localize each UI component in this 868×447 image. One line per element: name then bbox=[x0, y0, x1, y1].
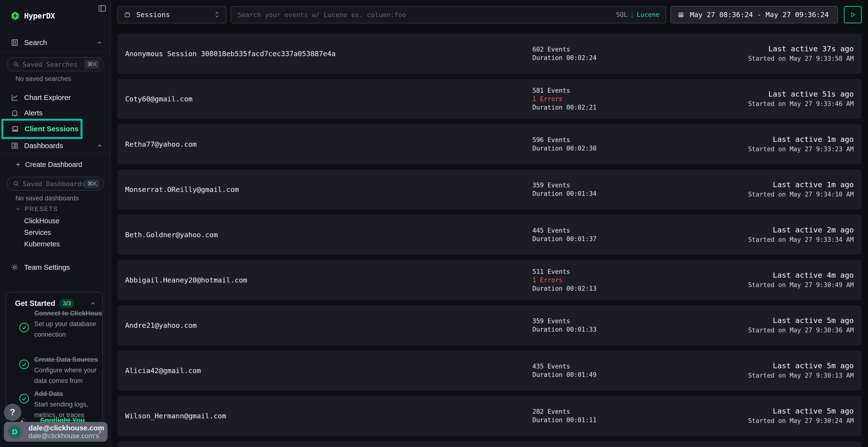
session-events: 596 Events bbox=[532, 136, 596, 144]
session-started: Started on May 27 9:30:36 AM bbox=[748, 325, 854, 335]
get-started-header[interactable]: Get Started 3/3 bbox=[15, 299, 96, 308]
time-range-picker[interactable]: May 27 08:36:24 - May 27 09:36:24 bbox=[671, 6, 838, 23]
shortcut-badge: ⌘K bbox=[84, 179, 100, 188]
app-title: HyperDX bbox=[24, 11, 55, 21]
lucene-mode-button[interactable]: Lucene bbox=[637, 11, 659, 18]
session-duration: Duration 00:01:37 bbox=[532, 235, 596, 243]
session-duration: Duration 00:02:21 bbox=[532, 103, 596, 112]
session-events: 511 Events bbox=[532, 268, 596, 276]
sidebar-section-dashboards-label: Dashboards bbox=[24, 142, 63, 150]
session-row[interactable]: Beth.Goldner@yahoo.com 445 Events Durati… bbox=[117, 215, 862, 255]
get-started-item-text: Add Data Start sending logs, metrics, or… bbox=[34, 388, 103, 420]
preset-item-clickhouse[interactable]: ClickHouse bbox=[24, 217, 60, 225]
sidebar-item-alerts[interactable]: Alerts bbox=[0, 105, 111, 121]
session-last-active: Last active 4m ago bbox=[748, 270, 854, 280]
session-row[interactable]: Andre21@yahoo.com 359 Events Duration 00… bbox=[117, 305, 862, 345]
session-row[interactable]: Coty60@gmail.com 581 Events 1 Errors Dur… bbox=[117, 79, 862, 119]
sidebar-section-dashboards[interactable]: Dashboards bbox=[0, 138, 111, 153]
create-dashboard-label: Create Dashboard bbox=[25, 161, 82, 169]
session-row[interactable]: Anonymous Session 308018eb535facd7cec337… bbox=[117, 34, 862, 74]
session-row[interactable]: Abbigail.Heaney20@hotmail.com 511 Events… bbox=[117, 260, 862, 300]
get-started-item-text: Create Data Sources Configure where your… bbox=[34, 354, 103, 386]
sidebar-item-team-settings-label: Team Settings bbox=[24, 263, 70, 271]
session-started: Started on May 27 9:33:46 AM bbox=[748, 99, 854, 109]
session-activity: Last active 1m ago Started on May 27 9:3… bbox=[748, 180, 854, 199]
session-name: Monserrat.OReilly@gmail.com bbox=[125, 170, 239, 209]
session-events: 581 Events bbox=[532, 87, 596, 95]
session-activity: Last active 4m ago Started on May 27 9:3… bbox=[748, 270, 854, 290]
shortcut-badge: ⌘K bbox=[84, 60, 100, 69]
chart-icon bbox=[10, 94, 19, 102]
sidebar-section-search[interactable]: Search bbox=[0, 35, 111, 50]
saved-searches-search[interactable]: ⌘K bbox=[7, 57, 104, 71]
session-events: 359 Events bbox=[532, 317, 596, 325]
gear-icon bbox=[10, 263, 19, 271]
get-started-progress-badge: 3/3 bbox=[60, 299, 74, 308]
sidebar-item-client-sessions[interactable]: Client Sessions bbox=[1, 119, 83, 139]
app-window: HyperDX Search bbox=[0, 0, 868, 447]
journal-icon bbox=[10, 38, 19, 47]
sidebar-item-team-settings[interactable]: Team Settings bbox=[0, 260, 111, 275]
session-row[interactable]: Retha77@yahoo.com 596 Events Duration 00… bbox=[117, 124, 862, 164]
hyperdx-logo-icon[interactable] bbox=[10, 11, 20, 21]
saved-dashboards-search[interactable]: ⌘K bbox=[7, 177, 104, 191]
session-activity: Last active 5m ago Started on May 27 9:3… bbox=[748, 361, 854, 381]
plus-icon bbox=[15, 161, 21, 168]
chevron-up-icon bbox=[96, 39, 103, 46]
event-search-bar: SQL | Lucene bbox=[231, 6, 666, 23]
avatar: D bbox=[8, 425, 22, 439]
session-name: Coty60@gmail.com bbox=[125, 79, 192, 119]
session-name: Retha77@yahoo.com bbox=[125, 124, 197, 164]
session-errors: 1 Errors bbox=[532, 95, 596, 103]
session-started: Started on May 27 9:33:58 AM bbox=[748, 54, 854, 64]
chevron-up-icon bbox=[90, 300, 96, 307]
sidebar-item-chart-explorer-label: Chart Explorer bbox=[24, 94, 71, 102]
create-dashboard-button[interactable]: Create Dashboard bbox=[0, 157, 111, 172]
session-row-partial[interactable] bbox=[117, 441, 862, 447]
event-search-input[interactable] bbox=[238, 11, 616, 19]
check-circle-icon bbox=[19, 393, 29, 404]
divider bbox=[0, 51, 111, 51]
session-stats: 435 Events Duration 00:01:49 bbox=[532, 362, 596, 379]
search-icon bbox=[13, 181, 19, 187]
select-chevrons-icon bbox=[214, 11, 220, 18]
get-started-item-desc: Set up your database connection bbox=[34, 319, 103, 340]
session-started: Started on May 27 9:33:23 AM bbox=[748, 144, 854, 154]
preset-item-services[interactable]: Services bbox=[24, 229, 51, 237]
session-stats: 359 Events Duration 00:01:33 bbox=[532, 317, 596, 334]
no-saved-dashboards-text: No saved dashboards bbox=[16, 195, 79, 202]
session-last-active: Last active 5m ago bbox=[748, 406, 854, 416]
session-events: 435 Events bbox=[532, 362, 596, 371]
saved-dashboards-input[interactable] bbox=[23, 180, 84, 187]
sidebar-collapse-icon[interactable] bbox=[96, 2, 108, 14]
session-started: Started on May 27 9:33:34 AM bbox=[748, 235, 854, 245]
session-name: Andre21@yahoo.com bbox=[125, 305, 197, 345]
help-button[interactable]: ? bbox=[4, 404, 21, 421]
user-subtitle: dale@clickhouse.com's bbox=[28, 432, 96, 440]
session-activity: Last active 1m ago Started on May 27 9:3… bbox=[748, 134, 854, 154]
divider bbox=[0, 153, 111, 154]
session-started: Started on May 27 9:30:24 AM bbox=[748, 416, 854, 426]
source-select-value: Sessions bbox=[136, 10, 170, 19]
session-row[interactable]: Wilson_Hermann@gmail.com 282 Events Dura… bbox=[117, 396, 862, 436]
session-stats: 511 Events 1 Errors Duration 00:02:13 bbox=[532, 268, 596, 293]
session-name: Beth.Goldner@yahoo.com bbox=[125, 215, 218, 255]
bell-icon bbox=[10, 109, 19, 117]
user-menu[interactable]: D dale@clickhouse.com dale@clickhouse.co… bbox=[4, 422, 107, 442]
session-events: 359 Events bbox=[532, 181, 596, 190]
session-row[interactable]: Alicia42@gmail.com 435 Events Duration 0… bbox=[117, 351, 862, 391]
sidebar-item-chart-explorer[interactable]: Chart Explorer bbox=[0, 90, 111, 105]
preset-item-kubernetes[interactable]: Kubernetes bbox=[24, 240, 60, 248]
source-select[interactable]: Sessions bbox=[117, 6, 226, 23]
session-row[interactable]: Monserrat.OReilly@gmail.com 359 Events D… bbox=[117, 170, 862, 209]
laptop-icon bbox=[11, 125, 19, 133]
calendar-icon bbox=[677, 11, 684, 18]
run-query-button[interactable] bbox=[844, 6, 862, 23]
session-activity: Last active 5m ago Started on May 27 9:3… bbox=[748, 315, 854, 335]
presets-toggle[interactable]: PRESETS bbox=[15, 205, 58, 213]
main-content: Sessions SQL | Lucene May 27 bbox=[111, 0, 868, 447]
sql-mode-button[interactable]: SQL bbox=[616, 11, 627, 18]
saved-searches-input[interactable] bbox=[23, 61, 84, 68]
get-started-item-title: Create Data Sources bbox=[34, 354, 103, 365]
search-icon bbox=[13, 61, 19, 67]
